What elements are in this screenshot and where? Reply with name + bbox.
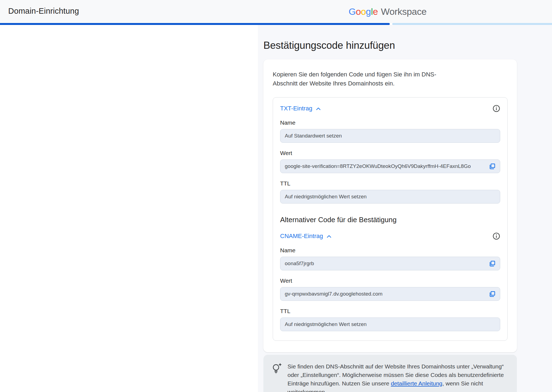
cname-name-value: oona5f7jrgrb xyxy=(285,261,485,267)
alt-code-heading: Alternativer Code für die Bestätigung xyxy=(280,216,500,224)
txt-name-value: Auf Standardwert setzen xyxy=(285,133,496,139)
txt-record-toggle[interactable]: TXT-Eintrag xyxy=(280,105,321,112)
cname-record-toggle[interactable]: CNAME-Eintrag xyxy=(280,233,331,240)
cname-ttl-field: Auf niedrigstmöglichen Wert setzen xyxy=(280,317,500,331)
cname-wert-field: gv-qmpwxbavsmigl7.dv.googlehosted.com xyxy=(280,287,500,301)
copy-icon[interactable] xyxy=(489,163,496,170)
txt-wert-label: Wert xyxy=(280,150,500,156)
txt-record-header: TXT-Eintrag xyxy=(280,105,500,112)
workspace-wordmark: Workspace xyxy=(381,6,427,17)
detailed-guide-link[interactable]: detaillierte Anleitung xyxy=(391,380,442,387)
txt-name-field: Auf Standardwert setzen xyxy=(280,129,500,143)
page: Domain-Einrichtung Google Workspace Best… xyxy=(0,0,552,392)
txt-ttl-field: Auf niedrigstmöglichen Wert setzen xyxy=(280,190,500,204)
progress-completed-segment xyxy=(0,23,390,25)
copy-icon[interactable] xyxy=(489,290,496,298)
cname-record-header: CNAME-Eintrag xyxy=(280,232,500,240)
google-logo: Google xyxy=(349,6,378,17)
txt-ttl-value: Auf niedrigstmöglichen Wert setzen xyxy=(285,194,496,200)
cname-ttl-value: Auf niedrigstmöglichen Wert setzen xyxy=(285,321,496,327)
chevron-up-icon xyxy=(316,105,321,112)
txt-wert-field: google-site-verification=8RTZY2eOKWuDteo… xyxy=(280,159,500,173)
chevron-up-icon xyxy=(327,233,331,240)
google-workspace-logo: Google Workspace xyxy=(349,6,426,17)
cname-info-icon[interactable] xyxy=(493,232,500,240)
txt-name-label: Name xyxy=(280,119,500,126)
lightbulb-spark-icon xyxy=(272,363,283,392)
txt-info-icon[interactable] xyxy=(493,105,500,112)
app-title: Domain-Einrichtung xyxy=(8,7,79,16)
cname-wert-value: gv-qmpwxbavsmigl7.dv.googlehosted.com xyxy=(285,291,485,297)
cname-name-field: oona5f7jrgrb xyxy=(280,257,500,270)
txt-ttl-label: TTL xyxy=(280,180,500,187)
setup-progress-bar xyxy=(0,23,552,25)
cname-record-toggle-label: CNAME-Eintrag xyxy=(280,233,323,240)
app-header: Domain-Einrichtung Google Workspace xyxy=(0,0,552,23)
verification-card: Kopieren Sie den folgenden Code und füge… xyxy=(263,59,517,352)
cname-name-label: Name xyxy=(280,247,500,254)
tip-box: Sie finden den DNS-Abschnitt auf der Web… xyxy=(263,355,517,392)
cname-wert-label: Wert xyxy=(280,277,500,284)
content-column: Bestätigungscode hinzufügen Kopieren Sie… xyxy=(258,25,517,392)
cname-ttl-label: TTL xyxy=(280,308,500,314)
txt-wert-value: google-site-verification=8RTZY2eOKWuDteo… xyxy=(285,163,485,169)
dns-record-card: TXT-Eintrag Name Auf Standardwert setzen xyxy=(273,97,508,341)
txt-record-toggle-label: TXT-Eintrag xyxy=(280,105,312,112)
progress-remaining-segment xyxy=(392,23,552,25)
copy-icon[interactable] xyxy=(489,260,496,267)
page-title: Bestätigungscode hinzufügen xyxy=(263,40,517,51)
tip-text: Sie finden den DNS-Abschnitt auf der Web… xyxy=(288,362,509,392)
content-panel: Bestätigungscode hinzufügen Kopieren Sie… xyxy=(258,25,552,392)
instructions-text: Kopieren Sie den folgenden Code und füge… xyxy=(273,70,454,88)
